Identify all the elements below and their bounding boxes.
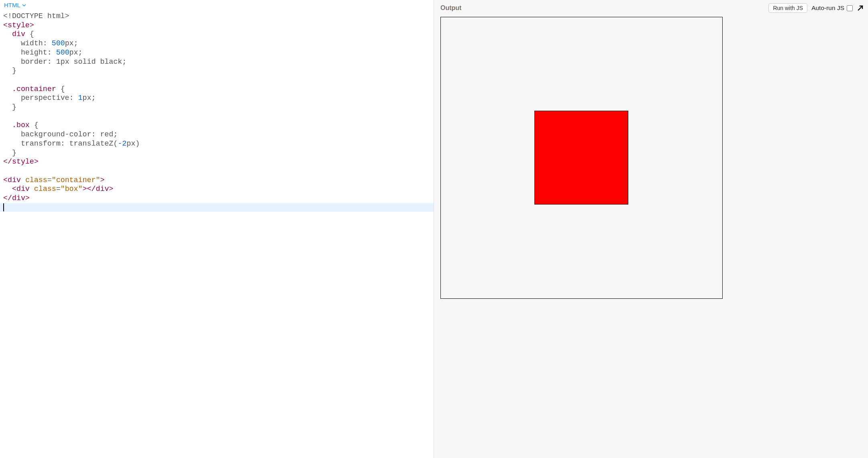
code-line: background-color: red; [3,130,430,139]
output-body [434,15,868,458]
code-line: border: 1px solid black; [3,57,430,67]
code-line: <div class="box"></div> [3,184,430,194]
code-line: } [3,66,430,75]
code-line [0,203,434,212]
code-line: div { [3,30,430,39]
code-line: height: 500px; [3,48,430,57]
code-line: } [3,103,430,112]
code-line: } [3,148,430,158]
language-dropdown[interactable]: HTML [0,0,434,9]
code-line: .container { [3,85,430,94]
app-root: HTML <!DOCTYPE html><style> div { width:… [0,0,868,458]
chevron-down-icon [22,3,26,7]
autorun-toggle[interactable]: Auto-run JS [811,4,853,12]
code-line [3,112,430,121]
output-pane: Output Run with JS Auto-run JS [434,0,868,458]
run-button[interactable]: Run with JS [768,3,807,13]
code-line: <style> [3,21,430,30]
code-line: <!DOCTYPE html> [3,12,430,21]
popout-icon[interactable] [857,4,864,12]
output-header: Output Run with JS Auto-run JS [434,0,868,15]
preview-box [534,111,628,205]
output-label: Output [440,4,461,12]
code-line: width: 500px; [3,39,430,48]
code-line: </style> [3,157,430,166]
code-editor[interactable]: <!DOCTYPE html><style> div { width: 500p… [0,9,434,458]
code-line: <div class="container"> [3,176,430,185]
language-label: HTML [4,2,20,8]
autorun-label: Auto-run JS [811,4,844,12]
code-line: </div> [3,194,430,203]
preview-frame [440,17,862,452]
autorun-checkbox[interactable] [847,5,853,11]
code-line: perspective: 1px; [3,93,430,103]
code-line: transform: translateZ(-2px) [3,139,430,148]
code-line: .box { [3,121,430,130]
code-line [3,166,430,176]
code-line [3,75,430,85]
editor-pane: HTML <!DOCTYPE html><style> div { width:… [0,0,434,458]
